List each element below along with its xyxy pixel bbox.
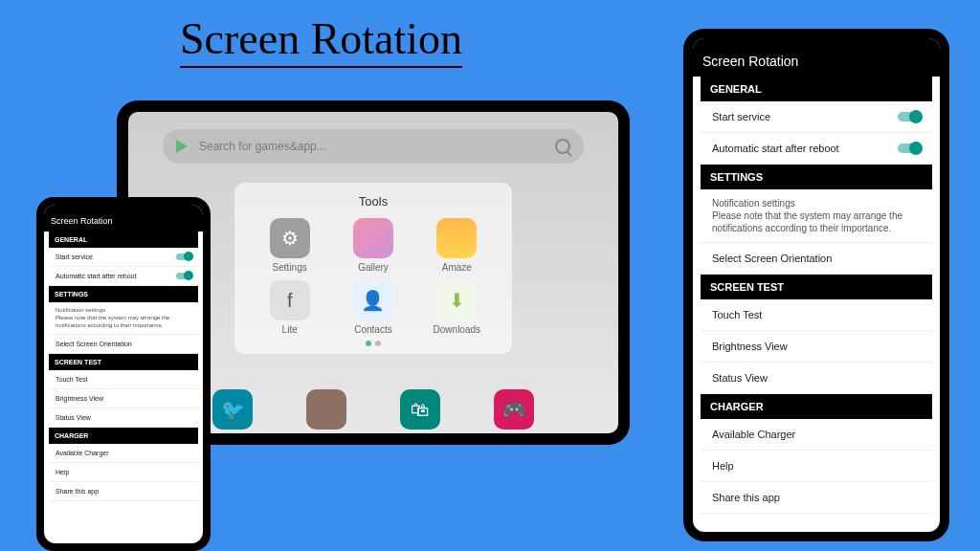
download-icon: ⬇ bbox=[436, 280, 477, 320]
row-start-service[interactable]: Start service bbox=[701, 101, 932, 133]
row-help[interactable]: Help bbox=[701, 451, 932, 482]
dock-app-2[interactable] bbox=[306, 389, 346, 430]
tools-folder: Tools ⚙ Settings Gallery Amaze f Lite bbox=[234, 183, 512, 354]
phone-large: Screen Rotation GENERAL Start service Au… bbox=[683, 29, 949, 541]
row-brightness[interactable]: Brightness View bbox=[49, 389, 198, 408]
section-charger: CHARGER bbox=[49, 428, 198, 444]
row-status-view[interactable]: Status View bbox=[701, 363, 932, 394]
row-select-orientation[interactable]: Select Screen Orientation bbox=[701, 243, 932, 275]
row-share[interactable]: Share this app bbox=[701, 482, 932, 514]
dock-app-1[interactable]: 🐦 bbox=[212, 389, 253, 430]
search-bar[interactable]: Search for games&app... bbox=[163, 129, 584, 164]
row-touch-test[interactable]: Touch Test bbox=[701, 299, 932, 331]
folder-icon bbox=[436, 218, 477, 258]
section-settings: SETTINGS bbox=[49, 286, 198, 302]
section-general: GENERAL bbox=[49, 231, 198, 248]
search-icon bbox=[555, 139, 570, 154]
section-settings: SETTINGS bbox=[701, 165, 932, 189]
app-settings[interactable]: ⚙ Settings bbox=[248, 218, 331, 273]
row-status-view[interactable]: Status View bbox=[49, 408, 198, 428]
phone-small: Screen Rotation GENERAL Start service Au… bbox=[36, 197, 211, 551]
page-title: Screen Rotation bbox=[180, 13, 462, 68]
app-title-bar: Screen Rotation bbox=[693, 38, 940, 77]
app-downloads[interactable]: ⬇ Downloads bbox=[415, 280, 499, 335]
page-indicator bbox=[248, 341, 499, 346]
row-select-orientation[interactable]: Select Screen Orientation bbox=[49, 335, 198, 354]
row-auto-reboot[interactable]: Automatic start after reboot bbox=[49, 267, 198, 286]
facebook-lite-icon: f bbox=[270, 280, 310, 320]
gallery-icon bbox=[353, 218, 393, 258]
play-store-icon bbox=[176, 140, 188, 153]
toggle-start-service[interactable] bbox=[176, 253, 191, 260]
app-gallery[interactable]: Gallery bbox=[331, 218, 414, 273]
tools-folder-title: Tools bbox=[248, 194, 499, 209]
row-share[interactable]: Share this app bbox=[49, 482, 198, 501]
section-screen-test: SCREEN TEST bbox=[701, 275, 932, 299]
app-lite[interactable]: f Lite bbox=[248, 280, 331, 335]
search-placeholder: Search for games&app... bbox=[199, 140, 555, 153]
row-available-charger[interactable]: Available Charger bbox=[701, 419, 932, 451]
toggle-auto-reboot[interactable] bbox=[898, 143, 921, 153]
dock-app-3[interactable]: 🛍 bbox=[400, 389, 440, 430]
app-contacts[interactable]: 👤 Contacts bbox=[331, 280, 414, 335]
dock: 🐦 🛍 🎮 bbox=[212, 389, 534, 430]
row-touch-test[interactable]: Touch Test bbox=[49, 370, 198, 389]
toggle-start-service[interactable] bbox=[898, 112, 921, 121]
section-charger: CHARGER bbox=[701, 394, 932, 419]
gear-icon: ⚙ bbox=[270, 218, 310, 258]
row-brightness[interactable]: Brightness View bbox=[701, 331, 932, 363]
row-notification-settings[interactable]: Notification settings Please note that t… bbox=[701, 189, 932, 243]
row-help[interactable]: Help bbox=[49, 463, 198, 482]
row-notification-settings[interactable]: Notification settings Please note that t… bbox=[49, 302, 198, 335]
section-screen-test: SCREEN TEST bbox=[49, 354, 198, 370]
dock-app-4[interactable]: 🎮 bbox=[494, 389, 534, 430]
section-general: GENERAL bbox=[701, 77, 932, 101]
app-amaze[interactable]: Amaze bbox=[415, 218, 499, 273]
toggle-auto-reboot[interactable] bbox=[176, 273, 191, 279]
row-auto-reboot[interactable]: Automatic start after reboot bbox=[701, 133, 932, 165]
app-title-bar: Screen Rotation bbox=[44, 205, 203, 231]
row-start-service[interactable]: Start service bbox=[49, 248, 198, 267]
contacts-icon: 👤 bbox=[353, 280, 393, 320]
row-available-charger[interactable]: Available Charger bbox=[49, 444, 198, 463]
